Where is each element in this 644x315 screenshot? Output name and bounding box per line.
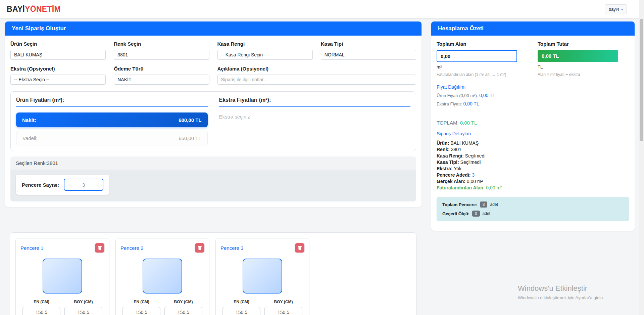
trash-icon <box>198 246 202 250</box>
grand-total-label: TOPLAM: <box>437 120 459 126</box>
detail-row-color: Renk: 3801 <box>437 146 629 153</box>
total-area-unit: m² <box>437 64 528 70</box>
window-card-header: Pencere 1 <box>20 243 104 253</box>
detail-value: BALI KUMAŞ <box>450 140 479 146</box>
summary-card-title: Hesaplama Özeti <box>438 25 484 32</box>
price-row-installment[interactable]: Vadeli: 650,00 TL <box>16 131 208 145</box>
total-area-input[interactable] <box>437 50 517 62</box>
total-area-label: Toplam Alan <box>437 41 528 47</box>
window-title: Pencere 3 <box>220 245 243 251</box>
detail-row-billed-area: Faturalandırılan Alan: 0,00 m² <box>437 185 629 191</box>
scrollbar-thumb[interactable] <box>640 19 643 141</box>
detail-row-window-count: Pencere Adedi: 3 <box>437 172 629 178</box>
brand-accent: YÖNETİM <box>25 5 61 13</box>
total-windows-label: Toplam Pencere: <box>442 202 477 207</box>
cash-value: 600,00 TL <box>179 117 201 123</box>
detail-label: Renk: <box>437 147 450 152</box>
width-label: EN (CM) <box>220 300 262 304</box>
note-input[interactable] <box>217 75 416 85</box>
height-label: BOY (CM) <box>62 300 104 304</box>
detail-value: 0,00 m² <box>467 179 483 184</box>
detail-row-case-type: Kasa Tipi: Seçilmedi <box>437 159 629 166</box>
extra-prices-empty-text: Ekstra seçiniz <box>219 114 411 120</box>
valid-measure-line: Geçerli Ölçü: 0 adet <box>442 211 624 217</box>
detail-row-product: Ürün: BALI KUMAŞ <box>437 140 629 146</box>
window-card-header: Pencere 2 <box>120 243 204 253</box>
summary-card-header: Hesaplama Özeti <box>431 21 635 36</box>
user-menu-button[interactable]: bayi4 ▾ <box>605 4 627 14</box>
case-color-select[interactable] <box>217 50 313 60</box>
installment-value: 650,00 TL <box>179 135 201 141</box>
field-case-color: Kasa Rengi <box>217 41 313 60</box>
color-select[interactable] <box>114 50 209 60</box>
detail-value: 0,00 m² <box>486 185 502 190</box>
product-price-label: Ürün Fiyatı (0,00 m²): <box>437 93 478 98</box>
detail-label: Ekstra: <box>437 166 452 171</box>
total-windows-line: Toplam Pencere: 3 adet <box>442 201 624 208</box>
totals-grid: Toplam Alan m² Faturalandırılan alan (1 … <box>437 41 629 77</box>
order-details-title: Sipariş Detayları <box>437 131 629 136</box>
width-input[interactable] <box>122 307 160 315</box>
windows-panel: Pencere 1 EN (CM) BOY (CM) Pencere 2 <box>10 232 416 315</box>
selected-color-bar: Seçilen Renk:3801 <box>10 156 416 170</box>
extra-select[interactable] <box>10 75 106 85</box>
trash-icon <box>98 246 102 250</box>
window-preview <box>43 259 82 294</box>
price-row-cash[interactable]: Nakit: 600,00 TL <box>16 113 208 127</box>
window-dimension-labels: EN (CM) BOY (CM) <box>20 300 104 304</box>
installment-label: Vadeli: <box>22 135 38 141</box>
detail-label: Pencere Adedi: <box>437 172 470 178</box>
detail-label: Kasa Rengi: <box>437 153 464 159</box>
width-input[interactable] <box>22 307 60 315</box>
detail-value: Yok <box>454 166 461 171</box>
summary-card-body: Toplam Alan m² Faturalandırılan alan (1 … <box>431 36 635 191</box>
delete-window-button[interactable] <box>195 243 204 253</box>
order-card-header: Yeni Sipariş Oluştur <box>5 21 422 36</box>
detail-label: Ürün: <box>437 140 449 146</box>
vertical-scrollbar[interactable] <box>639 0 644 315</box>
width-label: EN (CM) <box>20 300 62 304</box>
valid-measure-unit: adet <box>483 211 490 216</box>
width-input[interactable] <box>222 307 260 315</box>
height-input[interactable] <box>164 307 202 315</box>
product-prices-panel: Ürün Fiyatları (m²): Nakit: 600,00 TL Va… <box>16 97 208 145</box>
detail-value: Seçilmedi <box>465 153 486 159</box>
extra-prices-panel: Ekstra Fiyatları (m²): Ekstra seçiniz <box>219 97 411 145</box>
field-note: Açıklama (Opsiyonel) <box>217 66 416 85</box>
valid-measure-label: Geçerli Ölçü: <box>442 211 469 216</box>
case-type-select[interactable] <box>321 50 416 60</box>
order-details-list: Ürün: BALI KUMAŞ Renk: 3801 Kasa Rengi: … <box>437 140 629 191</box>
order-card: Yeni Sipariş Oluştur Ürün Seçin Renk Seç… <box>5 21 422 207</box>
total-amount-value: 0,00 TL <box>538 50 618 62</box>
delete-window-button[interactable] <box>95 243 104 253</box>
color-label: Renk Seçin <box>114 41 209 47</box>
caret-down-icon: ▾ <box>621 7 623 11</box>
window-dimension-labels: EN (CM) BOY (CM) <box>220 300 304 304</box>
height-input[interactable] <box>64 307 102 315</box>
detail-label: Faturalandırılan Alan: <box>437 185 485 190</box>
grand-total-line: TOPLAM: 0,00 TL <box>437 120 629 126</box>
field-case-type: Kasa Tipi <box>321 41 416 60</box>
app-logo: BAYİYÖNETİM <box>7 5 61 14</box>
extra-price-label: Ekstra Fiyatı: <box>437 101 462 106</box>
payment-select[interactable] <box>114 75 209 85</box>
field-payment: Ödeme Türü <box>114 66 209 85</box>
window-count-label: Pencere Sayısı: <box>22 182 59 188</box>
note-label: Açıklama (Opsiyonel) <box>217 66 416 72</box>
field-extra: Ekstra (Opsiyonel) <box>10 66 106 85</box>
height-label: BOY (CM) <box>162 300 204 304</box>
delete-window-button[interactable] <box>295 243 304 253</box>
window-preview-wrap <box>220 259 304 294</box>
product-select[interactable] <box>10 50 106 60</box>
valid-measure-badge: 0 <box>472 211 480 217</box>
product-prices-title: Ürün Fiyatları (m²): <box>16 97 208 107</box>
field-color: Renk Seçin <box>114 41 209 60</box>
extra-price-value: 0,00 TL <box>463 101 479 106</box>
grand-total-value: 0,00 TL <box>460 120 477 126</box>
order-card-title: Yeni Sipariş Oluştur <box>12 25 66 32</box>
detail-label: Kasa Tipi: <box>437 160 459 165</box>
window-count-input[interactable] <box>64 179 103 191</box>
user-name: bayi4 <box>609 7 619 12</box>
height-input[interactable] <box>264 307 302 315</box>
extra-price-line: Ekstra Fiyatı: 0,00 TL <box>437 101 629 106</box>
